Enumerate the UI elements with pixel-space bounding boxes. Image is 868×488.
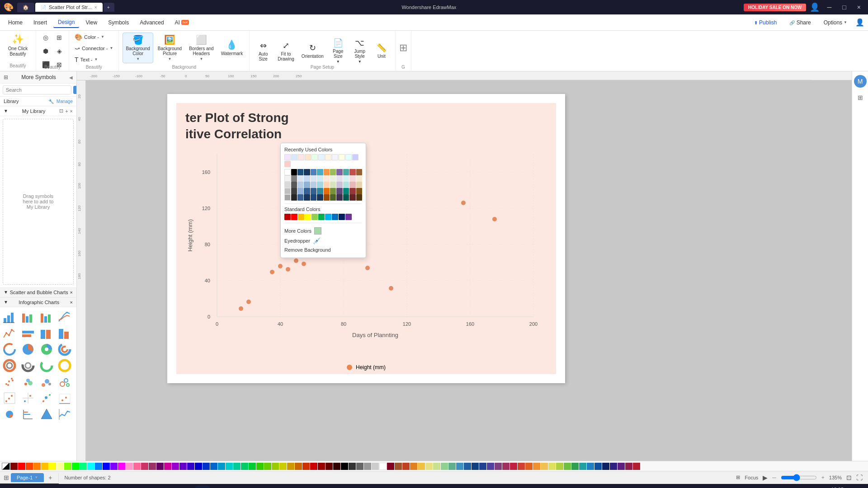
- shape-btn-3[interactable]: ◎: [39, 31, 52, 44]
- ps-4[interactable]: [304, 169, 310, 175]
- recent-color-3[interactable]: [298, 154, 304, 160]
- bc-42[interactable]: [326, 463, 333, 470]
- bc-51[interactable]: [395, 463, 402, 470]
- bc-49[interactable]: [379, 463, 387, 470]
- infographic-close-icon[interactable]: ×: [70, 300, 73, 305]
- bc-61[interactable]: [472, 463, 479, 470]
- recent-color-1[interactable]: [284, 154, 291, 160]
- bc-50[interactable]: [387, 463, 394, 470]
- pr3-10[interactable]: [343, 182, 349, 188]
- bc-40[interactable]: [310, 463, 317, 470]
- pr4-12[interactable]: [356, 188, 362, 194]
- pr5-11[interactable]: [349, 194, 355, 201]
- bc-18[interactable]: [141, 463, 148, 470]
- pr2-12[interactable]: [356, 175, 362, 182]
- pr2-11[interactable]: [349, 175, 355, 182]
- bc-31[interactable]: [241, 463, 248, 470]
- pr4-7[interactable]: [324, 188, 330, 194]
- right-panel-btn-1[interactable]: M: [854, 75, 867, 88]
- remove-background-row[interactable]: Remove Background: [284, 246, 362, 254]
- symbol-item-19[interactable]: [39, 374, 54, 389]
- recent-color-7[interactable]: [325, 154, 331, 160]
- shape-btn-5[interactable]: ⬢: [39, 45, 52, 57]
- manage-label[interactable]: Manage: [57, 99, 73, 104]
- std-8[interactable]: [332, 214, 338, 220]
- bc-3[interactable]: [26, 463, 33, 470]
- bc-19[interactable]: [149, 463, 156, 470]
- symbol-item-1[interactable]: [2, 309, 17, 324]
- publish-btn[interactable]: ⬆ Publish: [750, 18, 782, 28]
- symbol-item-18[interactable]: [20, 374, 36, 389]
- recent-color-2[interactable]: [291, 154, 297, 160]
- bc-56[interactable]: [433, 463, 440, 470]
- bc-11[interactable]: [87, 463, 94, 470]
- menu-ai[interactable]: AI hot: [170, 18, 193, 28]
- bc-35[interactable]: [272, 463, 279, 470]
- recent-color-4[interactable]: [305, 154, 311, 160]
- bc-44[interactable]: [341, 463, 348, 470]
- ps-6[interactable]: [317, 169, 323, 175]
- bc-38[interactable]: [295, 463, 302, 470]
- std-10[interactable]: [345, 214, 352, 220]
- std-3[interactable]: [298, 214, 304, 220]
- shape-btn-4[interactable]: ⊞: [53, 31, 66, 44]
- share-btn[interactable]: 🔗 Share: [785, 18, 815, 28]
- options-btn[interactable]: Options ▼: [819, 18, 852, 28]
- tab-item-home[interactable]: 🏠: [17, 3, 34, 12]
- bc-39[interactable]: [302, 463, 310, 470]
- symbol-item-10[interactable]: [20, 342, 36, 357]
- symbol-item-4[interactable]: [57, 309, 72, 324]
- bc-66[interactable]: [510, 463, 517, 470]
- pr4-4[interactable]: [304, 188, 310, 194]
- pr3-5[interactable]: [311, 182, 316, 188]
- bc-8[interactable]: [64, 463, 71, 470]
- bc-69[interactable]: [533, 463, 540, 470]
- bc-57[interactable]: [441, 463, 448, 470]
- pr3-8[interactable]: [330, 182, 336, 188]
- bc-7[interactable]: [57, 463, 64, 470]
- ps-3[interactable]: [297, 169, 303, 175]
- bc-73[interactable]: [564, 463, 571, 470]
- pr2-8[interactable]: [330, 175, 336, 182]
- recent-color-11[interactable]: [352, 154, 359, 160]
- pr4-5[interactable]: [311, 188, 316, 194]
- bc-48[interactable]: [372, 463, 379, 470]
- bc-25[interactable]: [195, 463, 202, 470]
- pr3-1[interactable]: [284, 182, 291, 188]
- page-nav-left-btn[interactable]: ⊞: [4, 474, 9, 481]
- pr4-2[interactable]: [291, 188, 297, 194]
- pr2-2[interactable]: [291, 175, 297, 182]
- bc-2[interactable]: [18, 463, 25, 470]
- std-4[interactable]: [305, 214, 311, 220]
- bc-12[interactable]: [95, 463, 102, 470]
- pr2-5[interactable]: [311, 175, 316, 182]
- unit-btn[interactable]: 📏 Unit: [372, 38, 392, 65]
- bc-67[interactable]: [518, 463, 525, 470]
- symbol-item-27[interactable]: [39, 407, 54, 422]
- menu-insert[interactable]: Insert: [29, 18, 52, 28]
- bc-41[interactable]: [318, 463, 325, 470]
- pr2-1[interactable]: [284, 175, 291, 182]
- tab-add-btn[interactable]: +: [104, 3, 114, 12]
- std-6[interactable]: [318, 214, 325, 220]
- no-color-swatch[interactable]: [2, 463, 10, 470]
- page-size-btn[interactable]: 📄 PageSize ▼: [328, 38, 348, 65]
- pr5-6[interactable]: [317, 194, 323, 201]
- bc-80[interactable]: [618, 463, 625, 470]
- bc-55[interactable]: [425, 463, 433, 470]
- pr5-5[interactable]: [311, 194, 316, 201]
- pr2-7[interactable]: [324, 175, 330, 182]
- fit-size-btn[interactable]: ⊡: [846, 474, 852, 481]
- bc-62[interactable]: [479, 463, 486, 470]
- symbol-item-13[interactable]: [2, 358, 17, 373]
- pr5-7[interactable]: [324, 194, 330, 201]
- bc-78[interactable]: [602, 463, 609, 470]
- pr3-11[interactable]: [349, 182, 355, 188]
- bc-37[interactable]: [287, 463, 294, 470]
- add-page-btn[interactable]: +: [46, 473, 55, 482]
- bc-59[interactable]: [456, 463, 463, 470]
- menu-advanced[interactable]: Advanced: [135, 18, 168, 28]
- play-btn[interactable]: ▶: [763, 474, 768, 481]
- bc-74[interactable]: [571, 463, 579, 470]
- bc-29[interactable]: [226, 463, 233, 470]
